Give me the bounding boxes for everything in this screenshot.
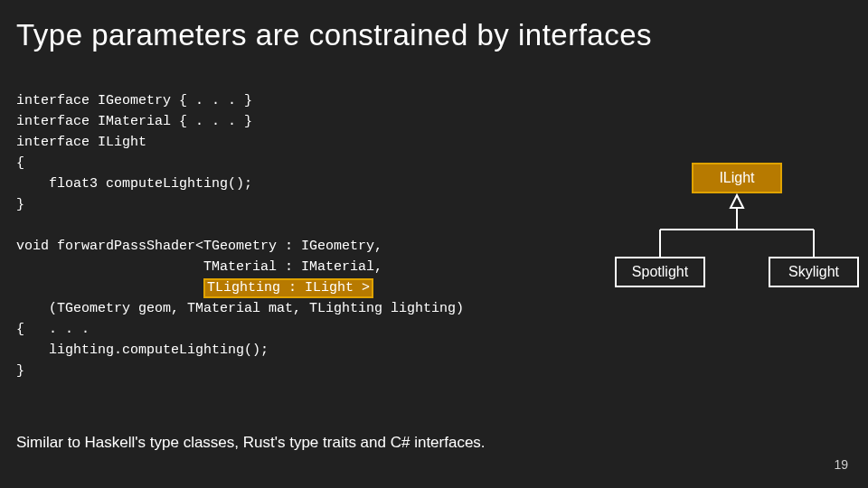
diagram-node-skylight: Skylight bbox=[769, 257, 859, 287]
slide: Type parameters are constrained by inter… bbox=[0, 0, 868, 488]
code-line: { . . . bbox=[16, 322, 90, 337]
page-number: 19 bbox=[834, 457, 848, 472]
code-line: TMaterial : IMaterial, bbox=[16, 259, 382, 275]
code-block: interface IGeometry { . . . } interface … bbox=[16, 90, 464, 381]
slide-title: Type parameters are constrained by inter… bbox=[16, 18, 652, 52]
code-line: float3 computeLighting(); bbox=[16, 176, 252, 192]
code-line: (TGeometry geom, TMaterial mat, TLightin… bbox=[16, 301, 464, 316]
code-line: TLighting : ILight > bbox=[16, 280, 373, 296]
diagram-node-ilight: ILight bbox=[692, 163, 782, 193]
footnote: Similar to Haskell's type classes, Rust'… bbox=[16, 434, 486, 452]
code-line: lighting.computeLighting(); bbox=[16, 343, 269, 358]
code-line: interface IGeometry { . . . } bbox=[16, 93, 252, 108]
code-line: interface ILight bbox=[16, 135, 146, 150]
code-line-indent bbox=[16, 280, 203, 296]
interface-hierarchy-diagram: ILight Spotlight Skylight bbox=[615, 163, 850, 325]
code-line: interface IMaterial { . . . } bbox=[16, 114, 252, 129]
code-line: } bbox=[16, 363, 24, 379]
diagram-node-spotlight: Spotlight bbox=[615, 257, 705, 287]
code-line: void forwardPassShader<TGeometry : IGeom… bbox=[16, 239, 382, 254]
code-line: { bbox=[16, 155, 24, 171]
highlighted-constraint: TLighting : ILight > bbox=[203, 278, 373, 298]
code-line: } bbox=[16, 197, 24, 212]
svg-marker-0 bbox=[731, 195, 743, 208]
